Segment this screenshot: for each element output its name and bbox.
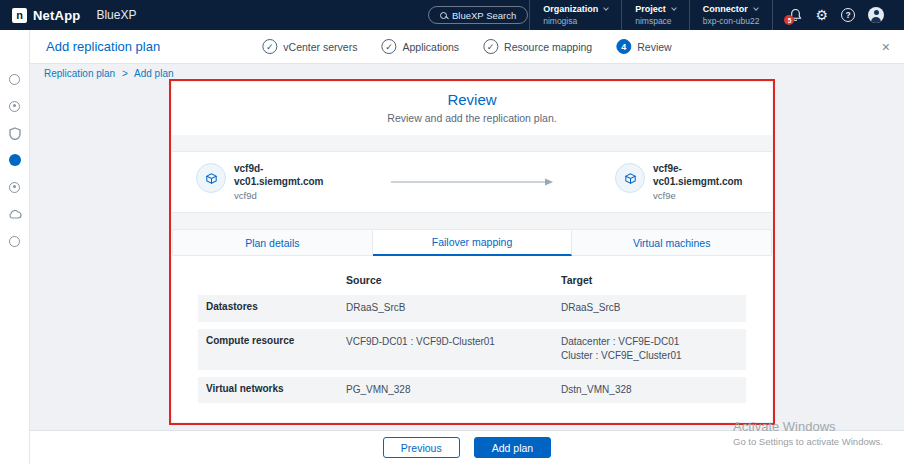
sidebar-item-disaster-recovery[interactable]	[7, 153, 23, 167]
step-label: Applications	[402, 41, 459, 53]
wizard-steps: ✓ vCenter servers ✓ Applications ✓ Resou…	[262, 30, 671, 63]
step-label: vCenter servers	[283, 41, 357, 53]
help-button[interactable]: ?	[841, 8, 855, 22]
separator-band	[172, 213, 772, 229]
sidebar-item-settings[interactable]	[7, 234, 23, 248]
organization-selector[interactable]: Organization nimogisa	[529, 0, 621, 30]
target-vcenter-id: vcf9e	[653, 190, 748, 201]
step-vcenter-servers[interactable]: ✓ vCenter servers	[262, 39, 357, 54]
row-label: Datastores	[206, 301, 346, 312]
gear-icon: ⚙	[815, 7, 828, 23]
top-header: n NetApp BlueXP BlueXP Search Organizati…	[0, 0, 904, 30]
connector-label: Connector	[703, 4, 748, 14]
chevron-down-icon	[753, 5, 759, 11]
source-vcenter: vcf9d-vc01.siemgmt.com vcf9d	[196, 163, 356, 201]
project-label: Project	[635, 4, 666, 14]
cloud-icon	[8, 209, 22, 219]
step-label: Review	[637, 41, 671, 53]
target-cell: Dstn_VMN_328	[561, 383, 738, 398]
breadcrumb-replication-plan[interactable]: Replication plan	[44, 68, 115, 79]
vcenter-mapping-card: vcf9d-vc01.siemgmt.com vcf9d	[172, 151, 772, 213]
source-vcenter-id: vcf9d	[234, 190, 329, 201]
row-label: Virtual networks	[206, 383, 346, 394]
help-icon: ?	[845, 10, 850, 20]
page-title: Add replication plan	[46, 39, 160, 54]
close-icon[interactable]: ×	[882, 40, 890, 54]
search-icon	[440, 12, 447, 19]
header-icon-group: 5 ⚙ ?	[772, 0, 892, 30]
brand-name: NetApp	[33, 8, 80, 23]
windows-activation-watermark: Activate Windows Go to Settings to activ…	[733, 419, 883, 447]
chevron-down-icon	[671, 5, 677, 11]
bluexp-window: n NetApp BlueXP BlueXP Search Organizati…	[0, 0, 904, 464]
target-cell: DRaaS_SrcB	[561, 301, 738, 316]
bluexp-search-button[interactable]: BlueXP Search	[428, 6, 528, 24]
review-panel: Review Review and add the replication pl…	[172, 82, 772, 422]
step-review[interactable]: 4 Review	[616, 39, 671, 54]
target-vcenter: vcf9e-vc01.siemgmt.com vcf9e	[588, 163, 748, 201]
search-label: BlueXP Search	[452, 10, 516, 21]
tab-virtual-machines[interactable]: Virtual machines	[572, 229, 772, 256]
sync-icon	[9, 101, 20, 112]
sidebar-item-sync[interactable]	[7, 99, 23, 113]
replication-icon	[9, 182, 20, 193]
sidebar-item-replication[interactable]	[7, 180, 23, 194]
target-vcenter-name: vcf9e-vc01.siemgmt.com	[653, 163, 748, 188]
table-row-compute-resource: Compute resource VCF9D-DC01 : VCF9D-Clus…	[198, 329, 746, 370]
sidebar-item-backup[interactable]	[7, 72, 23, 86]
netapp-logo[interactable]: n NetApp	[12, 8, 80, 23]
shield-icon	[9, 127, 21, 140]
check-icon: ✓	[483, 39, 498, 54]
sidebar-item-protection[interactable]	[7, 126, 23, 140]
source-cell: VCF9D-DC01 : VCF9D-Cluster01	[346, 335, 561, 350]
table-header-row: Source Target	[198, 268, 746, 295]
disaster-recovery-icon	[9, 154, 21, 166]
check-icon: ✓	[381, 39, 396, 54]
netapp-logo-letter: n	[16, 10, 23, 21]
settings-icon	[9, 236, 20, 247]
column-header-source: Source	[346, 274, 561, 286]
arrow-right-icon	[387, 177, 557, 187]
connector-selector[interactable]: Connector bxp-con-ubu22	[689, 0, 773, 30]
settings-gear-button[interactable]: ⚙	[815, 8, 828, 22]
user-avatar-button[interactable]	[868, 7, 884, 23]
header-right-group: Organization nimogisa Project nimspace C…	[529, 0, 892, 30]
wizard-header-bar: Add replication plan ✓ vCenter servers ✓…	[30, 30, 904, 64]
table-row-virtual-networks: Virtual networks PG_VMN_328 Dstn_VMN_328	[198, 377, 746, 404]
add-plan-button[interactable]: Add plan	[474, 437, 551, 458]
source-cell: DRaaS_SrcB	[346, 301, 561, 316]
source-vcenter-name: vcf9d-vc01.siemgmt.com	[234, 163, 329, 188]
table-row-datastores: Datastores DRaaS_SrcB DRaaS_SrcB	[198, 295, 746, 322]
review-tabs: Plan details Failover mapping Virtual ma…	[172, 229, 772, 256]
target-cell: Datacenter : VCF9E-DC01 Cluster : VCF9E_…	[561, 335, 738, 364]
vcenter-server-icon	[615, 163, 645, 193]
failover-mapping-table: Source Target Datastores DRaaS_SrcB DRaa…	[172, 256, 772, 403]
notification-badge: 5	[784, 15, 794, 25]
chevron-down-icon	[603, 5, 609, 11]
sidebar-item-cloud[interactable]	[7, 207, 23, 221]
column-header-target: Target	[561, 274, 738, 286]
replication-direction	[356, 177, 588, 187]
source-cell: PG_VMN_328	[346, 383, 561, 398]
step-label: Resource mapping	[504, 41, 592, 53]
breadcrumb-separator: >	[122, 68, 128, 79]
tab-failover-mapping[interactable]: Failover mapping	[373, 229, 573, 256]
previous-button[interactable]: Previous	[383, 437, 460, 458]
project-selector[interactable]: Project nimspace	[621, 0, 689, 30]
product-name: BlueXP	[96, 8, 136, 22]
watermark-subtitle: Go to Settings to activate Windows.	[733, 436, 883, 447]
organization-label: Organization	[543, 4, 598, 14]
watermark-title: Activate Windows	[733, 419, 883, 434]
step-applications[interactable]: ✓ Applications	[381, 39, 459, 54]
breadcrumb-add-plan: Add plan	[134, 68, 173, 79]
step-resource-mapping[interactable]: ✓ Resource mapping	[483, 39, 592, 54]
netapp-logo-icon: n	[12, 8, 27, 23]
check-icon: ✓	[262, 39, 277, 54]
breadcrumb: Replication plan > Add plan	[44, 68, 174, 79]
row-label: Compute resource	[206, 335, 346, 346]
project-value: nimspace	[635, 16, 676, 26]
notifications-button[interactable]: 5	[789, 8, 802, 22]
tab-plan-details[interactable]: Plan details	[172, 229, 373, 256]
organization-value: nimogisa	[543, 16, 608, 26]
separator-band	[172, 135, 772, 151]
